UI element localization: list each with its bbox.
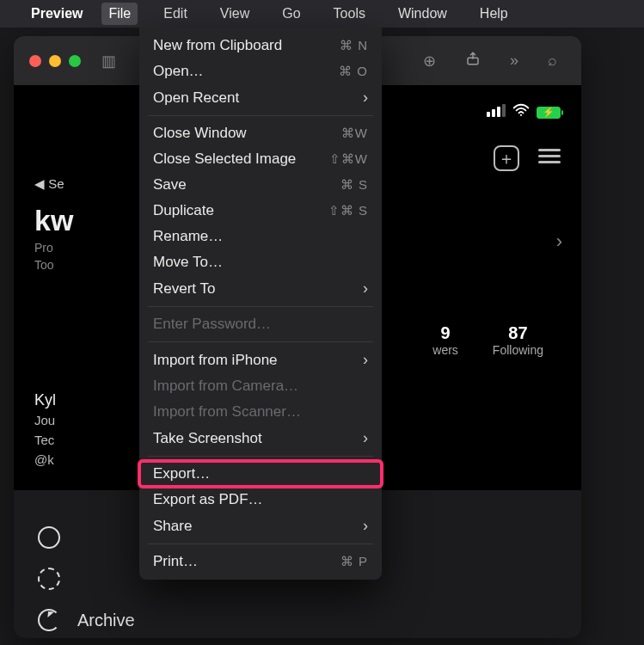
menu-item-open[interactable]: Open…⌘ O (139, 58, 382, 84)
submenu-chevron-icon: › (363, 89, 368, 107)
menu-item-label: Open… (153, 63, 339, 80)
menu-separator (148, 544, 373, 544)
close-window-button[interactable] (29, 55, 41, 67)
menu-item-shortcut: ⌘ S (340, 177, 368, 193)
hamburger-menu-icon[interactable] (538, 145, 561, 171)
menu-item-label: Save (153, 176, 340, 194)
submenu-chevron-icon: › (363, 280, 368, 298)
menu-separator (148, 115, 373, 116)
menu-item-label: Export… (153, 465, 368, 482)
menu-item-duplicate[interactable]: Duplicate⇧⌘ S (139, 198, 382, 224)
menu-item-export[interactable]: Export… (139, 461, 382, 487)
menu-item-revert-to[interactable]: Revert To› (139, 275, 382, 302)
menu-item-open-recent[interactable]: Open Recent› (139, 84, 382, 111)
menu-item-label: Move To… (153, 254, 368, 271)
menu-item-close-selected-image[interactable]: Close Selected Image⇧⌘W (139, 146, 382, 172)
menu-item-label: Import from Camera… (153, 378, 368, 395)
followers-count: 9 (432, 323, 458, 343)
menu-item-label: Enter Password… (153, 316, 368, 333)
wifi-icon (512, 103, 530, 121)
traffic-lights (29, 55, 81, 67)
menu-separator (148, 306, 373, 307)
menu-item-import-from-scanner: Import from Scanner… (139, 399, 382, 425)
bio-line-2: Tec (34, 433, 54, 447)
menu-item-print[interactable]: Print…⌘ P (139, 549, 382, 574)
menu-item-save[interactable]: Save⌘ S (139, 172, 382, 198)
signal-icon (485, 104, 506, 120)
menu-item-label: Close Window (153, 125, 341, 142)
sidebar-toggle-icon[interactable] (93, 52, 125, 71)
zoom-in-icon[interactable] (414, 52, 445, 71)
menu-item-import-from-iphone[interactable]: Import from iPhone› (139, 347, 382, 373)
overflow-icon[interactable] (501, 52, 527, 70)
menu-item-label: Export as PDF… (153, 491, 368, 508)
submenu-chevron-icon: › (363, 429, 368, 447)
archive-label: Archive (77, 611, 135, 630)
submenu-chevron-icon: › (363, 351, 368, 369)
svg-point-1 (520, 114, 522, 116)
menu-item-shortcut: ⌘ N (340, 38, 368, 53)
following-stat[interactable]: 87 Following (493, 323, 543, 357)
menu-item-move-to[interactable]: Move To… (139, 249, 382, 275)
menu-item-shortcut: ⌘ O (339, 64, 368, 79)
menu-item-label: Share (153, 518, 363, 535)
followers-stat[interactable]: 9 wers (432, 323, 458, 357)
app-menu[interactable]: Preview (31, 6, 83, 22)
menu-item-enter-password: Enter Password… (139, 311, 382, 337)
menu-item-label: Revert To (153, 280, 363, 298)
submenu-chevron-icon: › (363, 517, 368, 535)
menu-item-label: Print… (153, 553, 340, 570)
menu-item-label: Import from Scanner… (153, 403, 368, 421)
menu-item-label: New from Clipboard (153, 37, 340, 54)
battery-charging-icon: ⚡ (537, 107, 561, 119)
menu-item-shortcut: ⌘W (341, 126, 368, 141)
menu-item-share[interactable]: Share› (139, 513, 382, 539)
menu-item-label: Close Selected Image (153, 150, 329, 168)
menu-item-label: Duplicate (153, 202, 328, 219)
file-menu-dropdown: New from Clipboard⌘ NOpen…⌘ OOpen Recent… (139, 28, 382, 580)
menubar-window[interactable]: Window (391, 3, 454, 25)
menubar-view[interactable]: View (213, 3, 256, 25)
menu-item-label: Import from iPhone (153, 352, 363, 369)
menubar-file[interactable]: File (101, 3, 138, 25)
gear-icon (38, 526, 60, 549)
menu-separator (148, 341, 373, 342)
menubar-tools[interactable]: Tools (327, 3, 372, 25)
following-count: 87 (493, 323, 543, 343)
menu-item-new-from-clipboard[interactable]: New from Clipboard⌘ N (139, 33, 382, 58)
menu-item-shortcut: ⇧⌘ S (328, 203, 368, 218)
menu-item-label: Take Screenshot (153, 430, 363, 447)
maximize-window-button[interactable] (69, 55, 81, 67)
history-icon (38, 568, 60, 590)
menubar-go[interactable]: Go (275, 3, 307, 25)
menu-item-label: Rename… (153, 228, 368, 245)
menubar-help[interactable]: Help (473, 3, 515, 25)
menu-item-export-as-pdf[interactable]: Export as PDF… (139, 487, 382, 513)
menu-item-shortcut: ⇧⌘W (329, 151, 368, 167)
macos-menubar: Preview File Edit View Go Tools Window H… (0, 0, 644, 28)
chevron-right-icon[interactable]: › (556, 230, 562, 253)
search-icon[interactable] (539, 52, 566, 70)
menu-item-label: Open Recent (153, 89, 363, 107)
followers-label: wers (432, 343, 458, 357)
menu-item-take-screenshot[interactable]: Take Screenshot› (139, 425, 382, 452)
menu-item-shortcut: ⌘ P (340, 554, 368, 569)
menu-item-close-window[interactable]: Close Window⌘W (139, 120, 382, 146)
add-post-icon[interactable]: ＋ (494, 145, 519, 171)
menu-item-import-from-camera: Import from Camera… (139, 373, 382, 399)
menubar-edit[interactable]: Edit (156, 3, 194, 25)
share-icon[interactable] (457, 50, 489, 71)
menu-separator (148, 456, 373, 457)
following-label: Following (493, 343, 543, 357)
menu-item-rename[interactable]: Rename… (139, 224, 382, 249)
activity-row-archive[interactable]: Archive (38, 609, 557, 631)
archive-icon (38, 609, 60, 631)
minimize-window-button[interactable] (49, 55, 61, 67)
